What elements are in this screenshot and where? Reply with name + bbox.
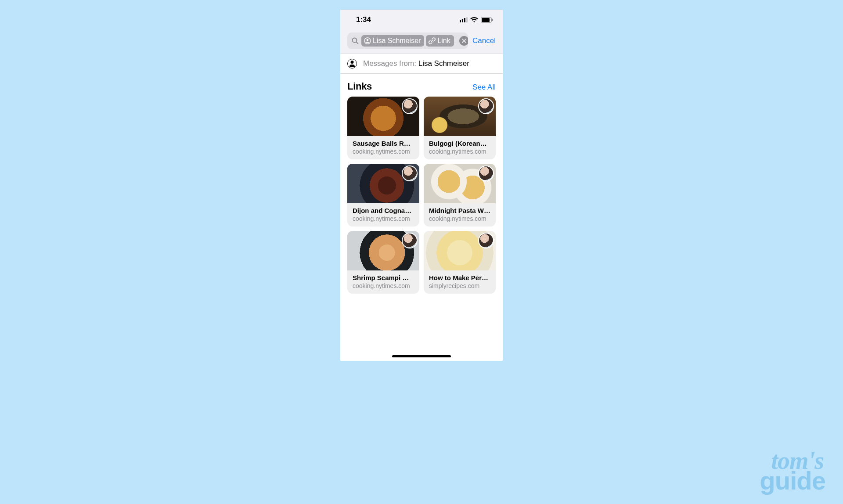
link-card[interactable]: How to Make Perf… simplyrecipes.com	[424, 231, 496, 294]
sender-avatar	[479, 166, 493, 180]
messages-from-label: Messages from:	[363, 59, 416, 68]
messages-from-row[interactable]: Messages from: Lisa Schmeiser	[340, 54, 503, 74]
link-domain: cooking.nytimes.com	[353, 215, 414, 222]
phone-frame: 1:34	[340, 10, 503, 361]
battery-icon	[481, 17, 493, 23]
person-circle-icon	[347, 59, 357, 68]
svg-rect-6	[492, 19, 493, 21]
search-row: Lisa Schmeiser Link Re	[340, 30, 503, 54]
link-domain: cooking.nytimes.com	[353, 282, 414, 289]
link-icon	[429, 37, 436, 44]
link-title: Sausage Balls Re…	[353, 140, 414, 147]
link-title: How to Make Perf…	[429, 274, 490, 281]
link-domain: cooking.nytimes.com	[353, 148, 414, 155]
sender-avatar	[403, 99, 417, 113]
watermark-logo: tom's guide	[760, 451, 825, 491]
link-card[interactable]: Bulgogi (Korean… cooking.nytimes.com	[424, 97, 496, 159]
link-thumbnail	[347, 164, 419, 203]
search-field[interactable]: Lisa Schmeiser Link Re	[347, 32, 468, 49]
sender-avatar	[403, 166, 417, 180]
link-thumbnail	[347, 231, 419, 270]
sender-avatar	[479, 234, 493, 248]
home-indicator[interactable]	[392, 355, 451, 357]
cancel-button[interactable]: Cancel	[472, 36, 496, 45]
link-thumbnail	[424, 97, 496, 136]
cellular-icon	[460, 17, 468, 22]
svg-rect-0	[460, 20, 461, 22]
status-indicators	[460, 17, 493, 23]
messages-from-name: Lisa Schmeiser	[418, 59, 469, 68]
link-card[interactable]: Shrimp Scampi W… cooking.nytimes.com	[347, 231, 419, 294]
link-thumbnail	[424, 231, 496, 270]
sender-avatar	[479, 99, 493, 113]
svg-rect-1	[462, 19, 463, 23]
chip-link-label: Link	[437, 37, 450, 45]
link-thumbnail	[347, 97, 419, 136]
links-section-header: Links See All	[347, 81, 496, 92]
link-domain: simplyrecipes.com	[429, 282, 490, 289]
link-title: Bulgogi (Korean…	[429, 140, 490, 147]
chip-link[interactable]: Link	[426, 35, 454, 47]
links-section-title: Links	[347, 81, 372, 92]
link-domain: cooking.nytimes.com	[429, 148, 490, 155]
wifi-icon	[470, 17, 478, 23]
search-icon	[352, 37, 359, 44]
see-all-button[interactable]: See All	[472, 83, 496, 92]
link-card[interactable]: Midnight Pasta W… cooking.nytimes.com	[424, 164, 496, 227]
chip-person-label: Lisa Schmeiser	[373, 37, 421, 45]
svg-rect-5	[482, 18, 490, 22]
link-title: Dijon and Cognac…	[353, 207, 414, 214]
link-card[interactable]: Sausage Balls Re… cooking.nytimes.com	[347, 97, 419, 159]
status-time: 1:34	[356, 15, 371, 24]
search-chips: Lisa Schmeiser Link	[361, 35, 454, 47]
svg-point-10	[367, 39, 369, 41]
xmark-icon	[462, 39, 466, 43]
link-title: Shrimp Scampi W…	[353, 274, 414, 281]
sender-avatar	[403, 234, 417, 248]
svg-rect-2	[464, 18, 465, 22]
results-content: Links See All Sausage Balls Re… cooking.…	[340, 74, 503, 361]
svg-rect-3	[466, 17, 468, 22]
phone-header-area: 1:34	[340, 10, 503, 54]
link-thumbnail	[424, 164, 496, 203]
watermark-line2: guide	[760, 471, 825, 491]
person-circle-icon	[364, 37, 371, 44]
svg-line-8	[357, 42, 358, 44]
status-bar: 1:34	[340, 10, 503, 30]
messages-from-text: Messages from: Lisa Schmeiser	[363, 59, 469, 68]
chip-person[interactable]: Lisa Schmeiser	[361, 35, 424, 47]
link-domain: cooking.nytimes.com	[429, 215, 490, 222]
link-title: Midnight Pasta W…	[429, 207, 490, 214]
link-card[interactable]: Dijon and Cognac… cooking.nytimes.com	[347, 164, 419, 227]
clear-search-button[interactable]	[459, 36, 468, 46]
links-grid: Sausage Balls Re… cooking.nytimes.com Bu…	[347, 97, 496, 294]
